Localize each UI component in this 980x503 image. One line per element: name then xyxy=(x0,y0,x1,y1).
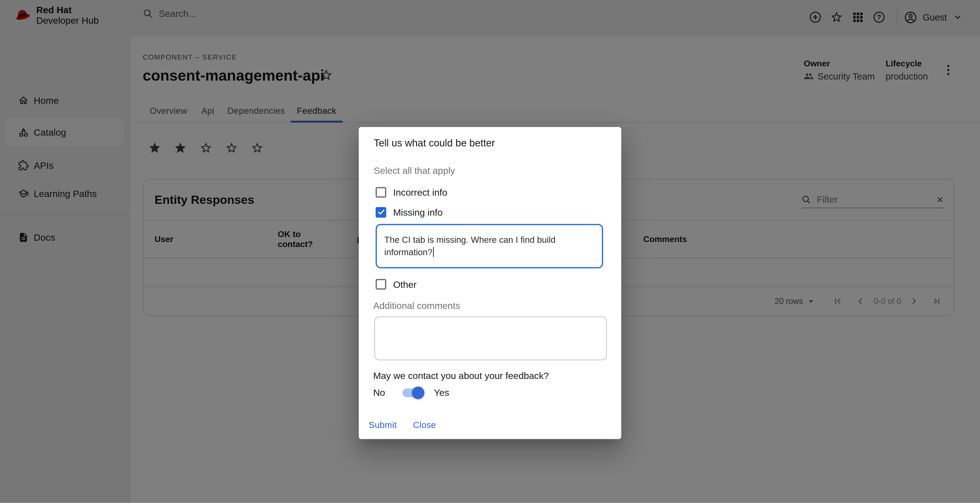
contact-toggle[interactable] xyxy=(396,383,430,402)
screen: Red Hat Developer Hub xyxy=(0,0,980,503)
additional-comments-label: Additional comments xyxy=(373,300,460,311)
option-other[interactable]: Other xyxy=(375,275,417,294)
submit-button[interactable]: Submit xyxy=(364,415,402,434)
option-label: Other xyxy=(393,279,417,290)
option-incorrect-info[interactable]: Incorrect info xyxy=(375,183,447,202)
option-label: Missing info xyxy=(393,207,442,217)
contact-toggle-row: No Yes xyxy=(373,383,449,402)
missing-info-detail-textarea[interactable]: The CI tab is missing. Where can I find … xyxy=(375,224,603,268)
dialog-subtitle: Select all that apply xyxy=(374,165,455,176)
text-cursor xyxy=(433,247,434,257)
option-missing-info[interactable]: Missing info xyxy=(375,203,442,222)
checkbox-checked-icon[interactable] xyxy=(375,207,386,217)
missing-info-detail-text: The CI tab is missing. Where can I find … xyxy=(384,235,555,257)
toggle-on-label: Yes xyxy=(434,387,449,398)
additional-comments-textarea[interactable] xyxy=(374,317,607,360)
check-icon xyxy=(377,208,385,217)
dialog-title: Tell us what could be better xyxy=(374,137,495,149)
contact-question: May we contact you about your feedback? xyxy=(373,370,549,381)
feedback-dialog: Tell us what could be better Select all … xyxy=(359,127,621,439)
checkbox-unchecked-icon[interactable] xyxy=(375,187,386,198)
close-button[interactable]: Close xyxy=(408,415,441,434)
checkbox-unchecked-icon[interactable] xyxy=(375,279,386,290)
dialog-actions: Submit Close xyxy=(364,415,441,434)
toggle-thumb xyxy=(412,386,425,399)
option-label: Incorrect info xyxy=(393,187,447,198)
toggle-off-label: No xyxy=(373,387,385,398)
